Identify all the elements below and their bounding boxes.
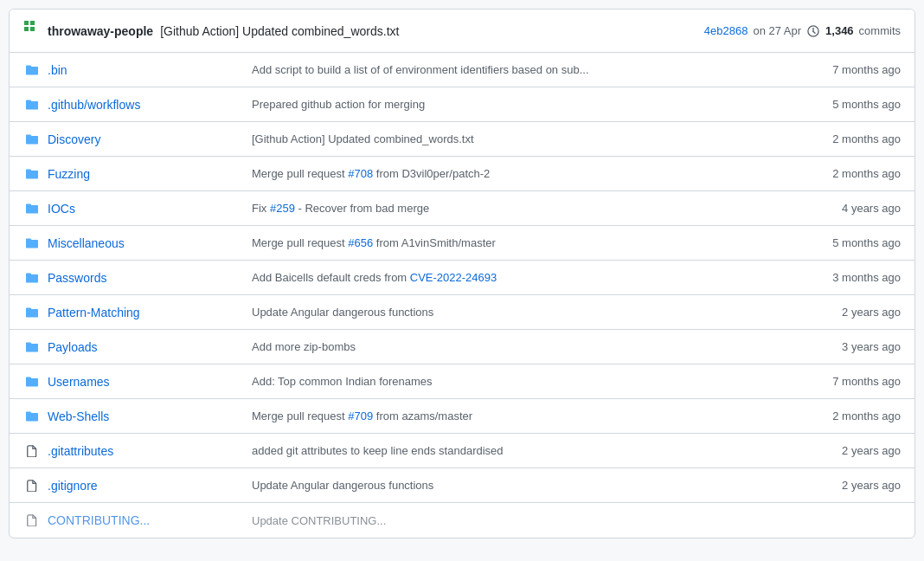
file-name-link[interactable]: Discovery	[48, 132, 100, 146]
file-name-link[interactable]: .gitignore	[48, 479, 98, 493]
file-icon	[23, 514, 41, 526]
repo-name[interactable]: throwaway-people	[48, 24, 153, 38]
file-commit: Add Baicells default creds from CVE-2022…	[238, 271, 805, 284]
folder-icon	[23, 375, 41, 389]
folder-icon	[23, 236, 41, 250]
folder-icon	[23, 98, 41, 112]
commits-count[interactable]: 1,346	[825, 24, 854, 37]
file-name-link[interactable]: Miscellaneous	[48, 236, 125, 250]
file-time: 2 months ago	[805, 167, 901, 180]
folder-icon	[23, 132, 41, 146]
repo-container: throwaway-people [Github Action] Updated…	[9, 9, 915, 538]
table-row: FuzzingMerge pull request #708 from D3vi…	[10, 157, 914, 191]
file-name-link[interactable]: Passwords	[48, 271, 106, 285]
table-row: UsernamesAdd: Top common Indian forename…	[10, 364, 914, 399]
file-name-link[interactable]: .gitattributes	[48, 444, 113, 458]
file-time: 2 months ago	[805, 409, 901, 422]
folder-icon	[23, 271, 41, 285]
commit-link[interactable]: CVE-2022-24693	[410, 271, 497, 284]
file-icon	[23, 480, 41, 492]
file-commit: added git attributes to keep line ends s…	[238, 444, 805, 457]
file-commit: Add more zip-bombs	[238, 340, 805, 353]
file-time: 3 years ago	[805, 340, 901, 353]
folder-icon	[23, 202, 41, 216]
table-row: CONTRIBUTING...Update CONTRIBUTING...	[10, 503, 914, 538]
commits-label: commits	[859, 24, 901, 37]
table-row: IOCsFix #259 - Recover from bad merge4 y…	[10, 191, 914, 226]
file-name-link[interactable]: Usernames	[48, 375, 110, 389]
svg-rect-1	[30, 21, 35, 25]
folder-icon	[23, 63, 41, 77]
file-time: 7 months ago	[805, 63, 901, 76]
file-name-link[interactable]: CONTRIBUTING...	[48, 513, 150, 527]
commit-hash[interactable]: 4eb2868	[704, 24, 748, 37]
file-time: 7 months ago	[805, 375, 901, 388]
file-commit: Update Angular dangerous functions	[238, 306, 805, 319]
file-time: 3 months ago	[805, 271, 901, 284]
file-list: .binAdd script to build a list of of env…	[10, 53, 914, 538]
commit-link[interactable]: #709	[348, 409, 373, 422]
file-name-link[interactable]: Web-Shells	[48, 409, 109, 423]
commit-link[interactable]: #656	[348, 236, 373, 249]
commit-link[interactable]: #259	[270, 202, 295, 215]
table-row: .gitignoreUpdate Angular dangerous funct…	[10, 468, 914, 503]
file-name-link[interactable]: .github/workflows	[48, 98, 140, 112]
svg-rect-2	[24, 27, 29, 31]
table-row: PasswordsAdd Baicells default creds from…	[10, 261, 914, 295]
clock-icon	[806, 24, 820, 38]
file-commit: Update CONTRIBUTING...	[238, 514, 805, 527]
table-row: Pattern-MatchingUpdate Angular dangerous…	[10, 295, 914, 330]
svg-rect-0	[24, 21, 29, 25]
file-time: 2 years ago	[805, 444, 901, 457]
file-commit: Prepared github action for merging	[238, 98, 805, 111]
file-icon	[23, 445, 41, 457]
file-commit: Update Angular dangerous functions	[238, 479, 805, 492]
table-row: Discovery[Github Action] Updated combine…	[10, 122, 914, 157]
table-row: .binAdd script to build a list of of env…	[10, 53, 914, 87]
file-name-link[interactable]: Payloads	[48, 340, 98, 354]
svg-line-6	[813, 31, 815, 33]
file-commit: Merge pull request #709 from azams/maste…	[238, 409, 805, 422]
file-time: 2 years ago	[805, 306, 901, 319]
file-time: 2 months ago	[805, 132, 901, 145]
commit-date: on 27 Apr	[753, 24, 801, 37]
table-row: MiscellaneousMerge pull request #656 fro…	[10, 226, 914, 261]
table-row: Web-ShellsMerge pull request #709 from a…	[10, 399, 914, 434]
file-commit: Add script to build a list of of environ…	[238, 63, 805, 76]
folder-icon	[23, 306, 41, 319]
file-time: 2 years ago	[805, 479, 901, 492]
file-commit: [Github Action] Updated combined_words.t…	[238, 132, 805, 145]
file-commit: Merge pull request #708 from D3vil0per/p…	[238, 167, 805, 180]
table-row: .gitattributesadded git attributes to ke…	[10, 434, 914, 468]
file-commit: Fix #259 - Recover from bad merge	[238, 202, 805, 215]
file-name-link[interactable]: IOCs	[48, 202, 75, 216]
folder-icon	[23, 167, 41, 181]
repo-icon	[23, 20, 41, 42]
repo-header-left: throwaway-people [Github Action] Updated…	[23, 20, 399, 42]
file-name-link[interactable]: Pattern-Matching	[48, 306, 140, 319]
file-time: 5 months ago	[805, 236, 901, 249]
folder-icon	[23, 409, 41, 423]
repo-header: throwaway-people [Github Action] Updated…	[10, 10, 914, 53]
repo-header-right: 4eb2868 on 27 Apr 1,346 commits	[704, 24, 901, 38]
table-row: PayloadsAdd more zip-bombs3 years ago	[10, 330, 914, 364]
file-name-link[interactable]: Fuzzing	[48, 167, 90, 181]
file-time: 5 months ago	[805, 98, 901, 111]
repo-commit-message: [Github Action] Updated combined_words.t…	[160, 24, 399, 38]
file-commit: Merge pull request #656 from A1vinSmith/…	[238, 236, 805, 249]
file-time: 4 years ago	[805, 202, 901, 215]
file-name-link[interactable]: .bin	[48, 63, 67, 77]
table-row: .github/workflowsPrepared github action …	[10, 87, 914, 122]
commit-link[interactable]: #708	[348, 167, 373, 180]
file-commit: Add: Top common Indian forenames	[238, 375, 805, 388]
folder-icon	[23, 340, 41, 354]
svg-rect-3	[30, 27, 35, 31]
